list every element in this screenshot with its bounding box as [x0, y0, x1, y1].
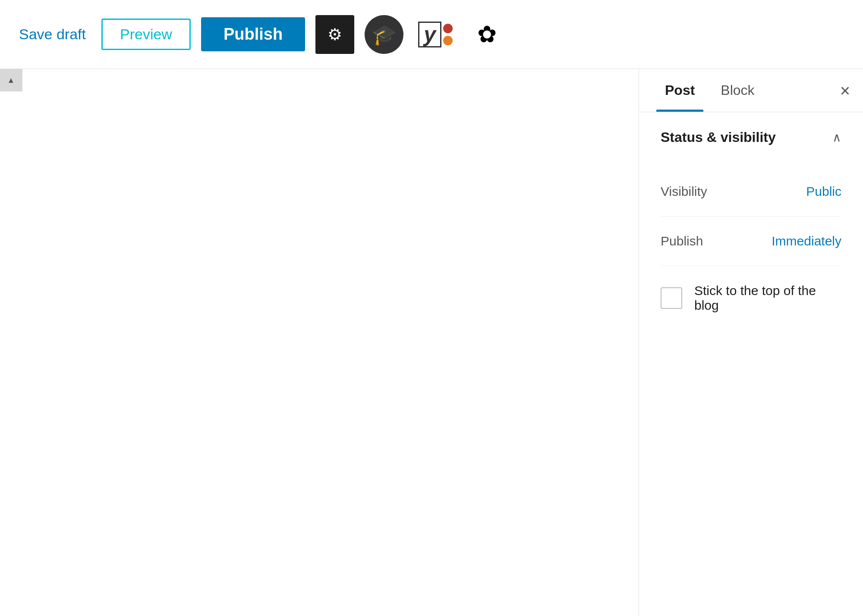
status-visibility-section-header: Status & visibility ∧ [661, 129, 841, 145]
chevron-up-icon: ∧ [832, 131, 841, 144]
flower-icon: ✿ [477, 21, 497, 48]
toolbar: Save draft Preview Publish ⚙ 🎓 y ✿ [0, 0, 863, 69]
publish-value[interactable]: Immediately [772, 234, 841, 248]
settings-icon-button[interactable]: ⚙ [315, 15, 354, 54]
dot-orange [443, 36, 453, 45]
tabs-header: Post Block × [639, 69, 863, 112]
sticky-checkbox-label: Stick to the top of the blog [694, 283, 841, 313]
visibility-value[interactable]: Public [806, 184, 841, 199]
publish-button[interactable]: Publish [201, 17, 305, 51]
gravatar-button[interactable]: 🎓 [365, 15, 403, 54]
gravatar-icon: 🎓 [372, 23, 397, 46]
side-panel: Post Block × Status & visibility ∧ Visib… [639, 69, 863, 616]
panel-content: Status & visibility ∧ Visibility Public … [639, 112, 863, 347]
close-panel-button[interactable]: × [840, 82, 850, 99]
gear-icon: ⚙ [328, 25, 342, 44]
save-draft-button[interactable]: Save draft [14, 22, 91, 46]
visibility-row: Visibility Public [661, 167, 841, 217]
preview-button[interactable]: Preview [101, 19, 191, 50]
sticky-checkbox[interactable] [661, 287, 682, 309]
status-visibility-title: Status & visibility [661, 129, 776, 145]
scrollbar: ▲ [0, 69, 22, 91]
flower-button[interactable]: ✿ [467, 15, 506, 54]
yoast-button[interactable]: y [414, 15, 457, 54]
status-visibility-toggle[interactable]: ∧ [832, 130, 841, 145]
dot-red [443, 24, 453, 33]
main-area: ▲ Post Block × Status & visibility ∧ [0, 69, 863, 616]
publish-row: Publish Immediately [661, 217, 841, 266]
tab-block[interactable]: Block [712, 69, 763, 112]
yoast-y-icon: y [418, 22, 441, 47]
scroll-up-arrow[interactable]: ▲ [0, 69, 22, 91]
sticky-checkbox-row: Stick to the top of the blog [661, 266, 841, 330]
tab-post[interactable]: Post [656, 69, 703, 112]
publish-label: Publish [661, 234, 703, 248]
visibility-label: Visibility [661, 184, 707, 199]
yoast-dots-icon [443, 24, 453, 45]
